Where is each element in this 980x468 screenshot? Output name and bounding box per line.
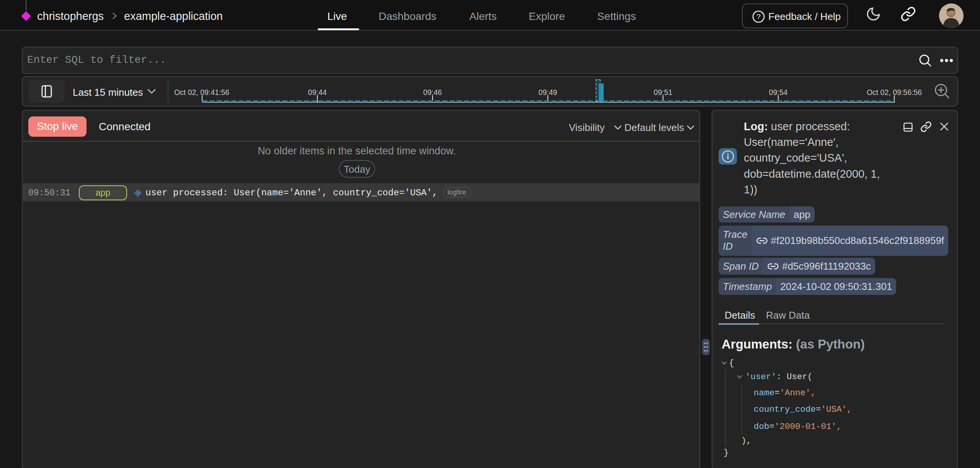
svg-text:?: ? [756, 13, 761, 21]
